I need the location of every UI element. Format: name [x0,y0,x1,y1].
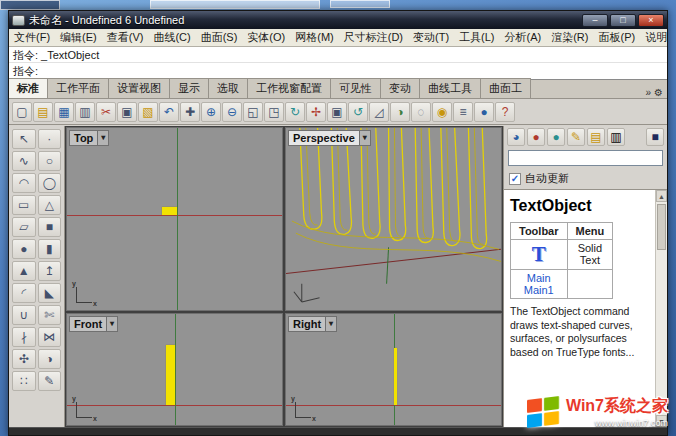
tab-standard[interactable]: 标准 [8,78,48,98]
viewport-perspective[interactable]: Perspective ▾ [285,127,502,311]
help-icon[interactable]: ? [495,102,515,122]
box-tool-icon[interactable]: ■ [38,217,62,237]
help-search-input[interactable] [508,150,663,166]
cone-tool-icon[interactable]: ▲ [12,261,36,281]
text-object-front-view[interactable] [166,345,175,405]
sphere-tool-icon[interactable]: ● [12,239,36,259]
union-tool-icon[interactable]: ∪ [12,305,36,325]
hide-icon[interactable]: ◌ [411,102,431,122]
viewport-menu-caret-icon[interactable]: ▾ [325,317,336,331]
extrude-tool-icon[interactable]: ↥ [38,261,62,281]
environment-panel-icon[interactable]: ● [547,128,565,146]
menu-surface[interactable]: 曲面(S) [196,30,243,45]
undo-icon[interactable]: ↶ [159,102,179,122]
textobject-command-icon[interactable]: T [532,242,546,266]
menu-help[interactable]: 说明(H) [640,30,668,45]
panel-menu-icon[interactable]: ■ [646,128,664,146]
save-icon[interactable]: ▦ [54,102,74,122]
tab-set-view[interactable]: 设置视图 [108,78,170,98]
auto-update-checkbox[interactable]: ✓ [509,173,521,185]
tab-visibility[interactable]: 可见性 [330,78,381,98]
materials-panel-icon[interactable]: ● [527,128,545,146]
annotate-tool-icon[interactable]: ✎ [38,371,62,391]
array-tool-icon[interactable]: ∷ [12,371,36,391]
annotate-panel-icon[interactable]: ✎ [567,128,585,146]
files-panel-icon[interactable]: ▤ [587,128,605,146]
viewport-menu-caret-icon[interactable]: ▾ [359,131,370,145]
menu-analyze[interactable]: 分析(A) [500,30,547,45]
join-tool-icon[interactable]: ⋈ [38,327,62,347]
print-icon[interactable]: ▥ [75,102,95,122]
viewport-top-label[interactable]: Top ▾ [69,130,109,146]
viewport-perspective-label[interactable]: Perspective ▾ [288,130,371,146]
layers-icon[interactable]: ≡ [453,102,473,122]
viewport-right-label[interactable]: Right ▾ [288,316,337,332]
mirror-tool-icon[interactable]: ◑ [38,349,62,369]
menu-view[interactable]: 查看(V) [102,30,149,45]
zoom-in-icon[interactable]: ⊕ [201,102,221,122]
new-file-icon[interactable]: ▢ [12,102,32,122]
command-prompt[interactable]: 指令: [9,63,667,79]
tab-select[interactable]: 选取 [208,78,248,98]
menu-panels[interactable]: 面板(P) [593,30,640,45]
viewport-front[interactable]: x y Front ▾ [66,313,283,426]
help-link-main[interactable]: Main [519,272,559,284]
tab-surface-tools[interactable]: 曲面工 [480,78,531,98]
zoom-out-icon[interactable]: ⊖ [222,102,242,122]
close-button[interactable]: × [638,14,664,27]
menu-tools[interactable]: 工具(L) [454,30,499,45]
surface-tool-icon[interactable]: ▱ [12,217,36,237]
menu-file[interactable]: 文件(F) [9,30,55,45]
arc-tool-icon[interactable]: ◠ [12,173,36,193]
minimize-button[interactable]: – [582,14,608,27]
open-file-icon[interactable]: ▤ [33,102,53,122]
menu-transform[interactable]: 变动(T) [408,30,454,45]
notes-panel-icon[interactable]: ▥ [607,128,625,146]
select-tool-icon[interactable]: ↖ [12,129,36,149]
tab-viewport-layout[interactable]: 工作视窗配置 [247,78,331,98]
mirror-icon[interactable]: ◑ [390,102,410,122]
cylinder-tool-icon[interactable]: ▮ [38,239,62,259]
command-history[interactable]: 指令: _TextObject [9,47,667,63]
tab-transform[interactable]: 变动 [380,78,420,98]
maximize-button[interactable]: □ [610,14,636,27]
viewport-front-label[interactable]: Front ▾ [69,316,118,332]
menu-edit[interactable]: 编辑(E) [55,30,102,45]
show-icon[interactable]: ◉ [432,102,452,122]
tab-display[interactable]: 显示 [169,78,209,98]
help-link-main1[interactable]: Main1 [519,284,559,296]
tab-curve-tools[interactable]: 曲线工具 [419,78,481,98]
text-object-top-view[interactable] [162,207,177,215]
viewport-right[interactable]: x y Right ▾ [285,313,502,426]
text-object-right-view[interactable] [394,348,397,405]
menu-dimension[interactable]: 尺寸标注(D) [339,30,408,45]
trim-tool-icon[interactable]: ✄ [38,305,62,325]
chamfer-tool-icon[interactable]: ◣ [38,283,62,303]
tab-overflow-chevron[interactable]: » [645,87,651,98]
viewport-top[interactable]: x y Top ▾ [66,127,283,311]
viewport-menu-caret-icon[interactable]: ▾ [97,131,108,145]
paste-icon[interactable]: ▧ [138,102,158,122]
zoom-extents-icon[interactable]: ◳ [264,102,284,122]
move-icon[interactable]: ✢ [306,102,326,122]
curve-tool-icon[interactable]: ∿ [12,151,36,171]
menu-mesh[interactable]: 网格(M) [290,30,339,45]
polygon-tool-icon[interactable]: △ [38,195,62,215]
viewport-menu-caret-icon[interactable]: ▾ [106,317,117,331]
fillet-tool-icon[interactable]: ◜ [12,283,36,303]
rectangle-tool-icon[interactable]: ▭ [12,195,36,215]
ellipse-tool-icon[interactable]: ◯ [38,173,62,193]
tab-options-icon[interactable]: ⚙ [654,87,663,98]
zoom-window-icon[interactable]: ◱ [243,102,263,122]
copy-object-icon[interactable]: ▣ [327,102,347,122]
help-scrollbar[interactable]: ▲ ▼ [655,190,667,427]
menu-render[interactable]: 渲染(R) [546,30,593,45]
cut-icon[interactable]: ✂ [96,102,116,122]
circle-tool-icon[interactable]: ○ [38,151,62,171]
rotate-icon[interactable]: ↺ [348,102,368,122]
pan-icon[interactable]: ✚ [180,102,200,122]
scrollbar-thumb[interactable] [657,204,666,250]
copy-icon[interactable]: ▣ [117,102,137,122]
tab-cplane[interactable]: 工作平面 [47,78,109,98]
properties-panel-icon[interactable]: ◕ [507,128,525,146]
